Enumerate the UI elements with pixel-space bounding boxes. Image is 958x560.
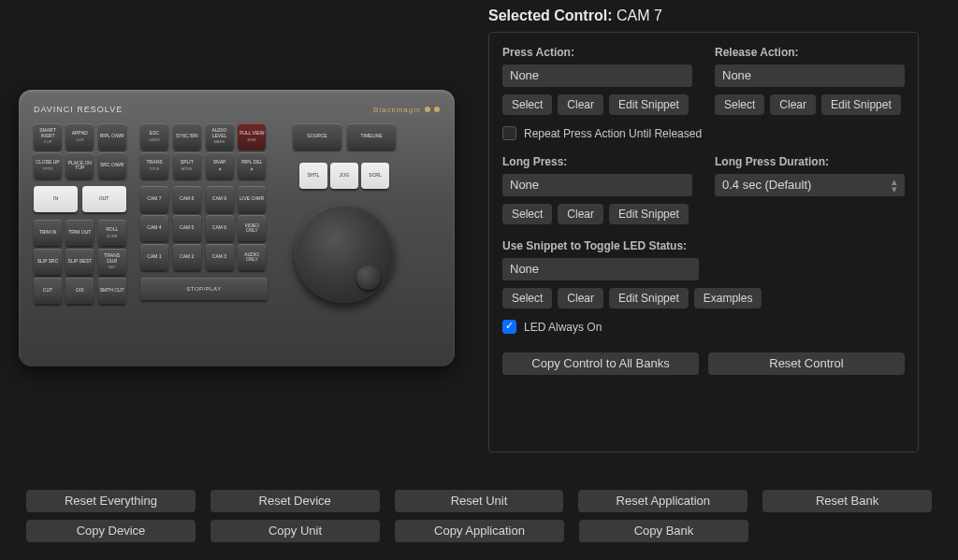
led-snippet-field[interactable]: None [502, 258, 699, 280]
hw-key-sync-bin[interactable]: SYNC BIN [173, 123, 201, 150]
hw-key-split[interactable]: SPLITMOVE [173, 152, 201, 179]
hw-key-smart-insrt[interactable]: SMART INSRTCLIP [34, 123, 62, 150]
reset-everything-button[interactable]: Reset Everything [26, 490, 196, 512]
hw-key-esc[interactable]: ESCUNDO [140, 123, 168, 150]
copy-application-button[interactable]: Copy Application [395, 520, 564, 542]
hw-key-live-o-wr[interactable]: LIVE O/WR [238, 186, 266, 212]
led-always-on-checkbox[interactable] [502, 320, 516, 334]
hw-key-dis[interactable]: DIS [65, 278, 94, 304]
hardware-panel: DAVINCI RESOLVE Blackmagic SMART INSRTCL… [19, 90, 455, 366]
hw-key-trim-in[interactable]: TRIM IN [34, 220, 62, 246]
hw-key-audio-level[interactable]: AUDIO LEVELMARK [206, 123, 234, 150]
hw-key-cam-8[interactable]: CAM 8 [173, 186, 201, 212]
release-select-button[interactable]: Select [715, 94, 764, 115]
hw-key-cam-5[interactable]: CAM 5 [173, 215, 201, 241]
longpress-select-button[interactable]: Select [502, 204, 552, 224]
chevron-updown-icon: ▴▾ [892, 178, 897, 193]
hw-key-cam-9[interactable]: CAM 9 [206, 186, 234, 212]
copy-device-button[interactable]: Copy Device [26, 520, 196, 542]
hw-key-ripl-del[interactable]: RIPL DEL▶ [238, 152, 266, 179]
hw-key-slip-dest[interactable]: SLIP DEST [65, 249, 94, 275]
hw-key-cam-6[interactable]: CAM 6 [206, 215, 234, 241]
hw-key-cam-1[interactable]: CAM 1 [140, 244, 168, 270]
hw-key-cam-2[interactable]: CAM 2 [173, 244, 201, 270]
reset-unit-button[interactable]: Reset Unit [395, 490, 564, 512]
reset-device-button[interactable]: Reset Device [210, 490, 380, 512]
hw-key-roll[interactable]: ROLLSLIDE [98, 220, 126, 246]
hw-key-smth-cut[interactable]: SMTH CUT [98, 278, 126, 304]
press-select-button[interactable]: Select [502, 94, 552, 115]
hw-key-in[interactable]: IN [34, 186, 78, 212]
panel-title: Selected Control: CAM 7 [488, 7, 919, 24]
hw-key-snap[interactable]: SNAP◀ [206, 152, 234, 179]
hw-key-close-up[interactable]: CLOSE UPYPOS [34, 152, 62, 179]
hw-key-audio-only[interactable]: AUDIO ONLY [238, 244, 266, 270]
long-press-duration-select[interactable]: 0.4 sec (Default) ▴▾ [715, 174, 905, 196]
led-examples-button[interactable]: Examples [694, 288, 762, 309]
hw-key-cam-4[interactable]: CAM 4 [140, 215, 168, 241]
hw-key-trim-out[interactable]: TRIM OUT [65, 220, 94, 246]
stop-play-bar[interactable]: STOP/PLAY [140, 278, 268, 300]
long-press-duration-label: Long Press Duration: [715, 155, 905, 168]
hw-key-place-on-top[interactable]: PLACE ON TOP [65, 152, 94, 179]
logo-dot-icon [425, 107, 430, 112]
press-action-field[interactable]: None [502, 65, 692, 87]
hw-key-out[interactable]: OUT [82, 186, 126, 212]
release-clear-button[interactable]: Clear [770, 94, 816, 115]
led-label: Use Snippet to Toggle LED Status: [502, 239, 905, 252]
release-action-label: Release Action: [715, 46, 905, 59]
copy-control-all-banks-button[interactable]: Copy Control to All Banks [502, 352, 699, 375]
hw-key-jog[interactable]: JOG [330, 163, 358, 189]
hw-key-scrl[interactable]: SCRL [361, 163, 389, 189]
hw-key-shtl[interactable]: SHTL [299, 163, 327, 189]
longpress-clear-button[interactable]: Clear [558, 204, 603, 224]
bottom-row-2: Copy Device Copy Unit Copy Application C… [26, 520, 748, 542]
release-edit-button[interactable]: Edit Snippet [821, 94, 901, 115]
repeat-press-label: Repeat Press Action Until Released [524, 127, 702, 140]
hw-maker-logo: Blackmagic [373, 106, 440, 114]
hw-key-trans[interactable]: TRANSTITLE [140, 152, 168, 179]
hw-key-trans-dur[interactable]: TRANS DURSET [98, 249, 126, 275]
selected-control-name: CAM 7 [617, 7, 662, 23]
led-clear-button[interactable]: Clear [558, 288, 603, 309]
hw-brand: DAVINCI RESOLVE [34, 105, 123, 114]
hw-key-full-view[interactable]: FULL VIEWRVW [238, 123, 266, 150]
reset-control-button[interactable]: Reset Control [708, 352, 905, 375]
hw-key-slip-src[interactable]: SLIP SRC [34, 249, 62, 275]
hw-key-cam-3[interactable]: CAM 3 [206, 244, 234, 270]
jog-wheel[interactable] [295, 204, 394, 303]
reset-application-button[interactable]: Reset Application [578, 490, 748, 512]
hw-key-appnd[interactable]: APPNDCLIP [65, 123, 94, 150]
release-action-field[interactable]: None [715, 65, 905, 87]
hw-key-src-o-wr[interactable]: SRC O/WR [98, 152, 126, 179]
copy-bank-button[interactable]: Copy Bank [579, 520, 748, 542]
longpress-edit-button[interactable]: Edit Snippet [609, 204, 689, 224]
hw-key-cam-7[interactable]: CAM 7 [140, 186, 168, 212]
reset-bank-button[interactable]: Reset Bank [762, 490, 932, 512]
hw-key-source[interactable]: SOURCE [293, 123, 341, 150]
long-press-field[interactable]: None [502, 174, 692, 196]
hw-key-timeline[interactable]: TIMELINE [347, 123, 396, 150]
led-always-on-label: LED Always On [524, 321, 602, 334]
led-select-button[interactable]: Select [502, 288, 552, 309]
press-action-label: Press Action: [502, 46, 692, 59]
press-edit-button[interactable]: Edit Snippet [609, 94, 689, 115]
hw-key-ripl-o-wr[interactable]: RIPL O/WR [98, 123, 126, 150]
repeat-press-checkbox[interactable] [502, 126, 516, 140]
logo-dot-icon [434, 107, 440, 112]
press-clear-button[interactable]: Clear [558, 94, 603, 115]
copy-unit-button[interactable]: Copy Unit [210, 520, 380, 542]
hw-key-cut[interactable]: CUT [34, 278, 62, 304]
led-edit-button[interactable]: Edit Snippet [609, 288, 689, 309]
hw-key-video-only[interactable]: VIDEO ONLY [238, 215, 266, 241]
long-press-label: Long Press: [502, 155, 692, 168]
